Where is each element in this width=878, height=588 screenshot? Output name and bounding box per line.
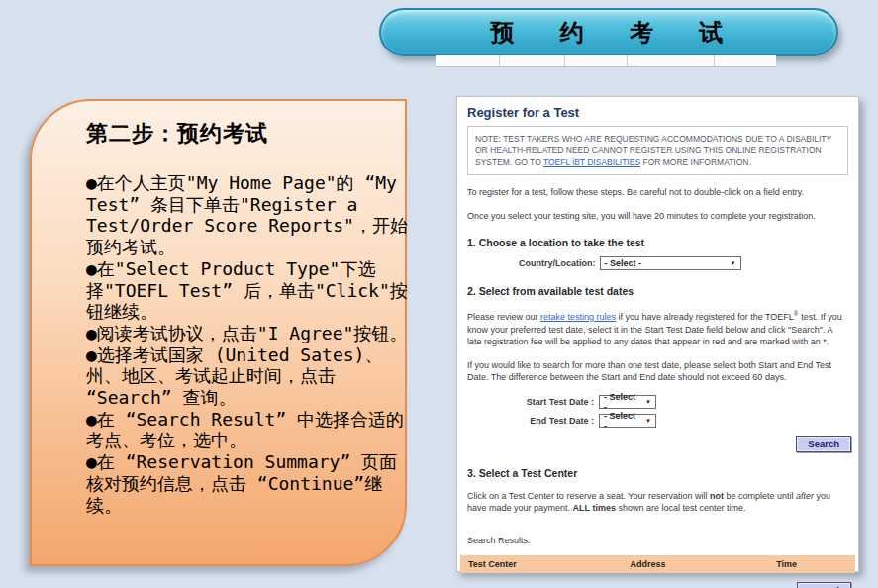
chevron-down-icon: ▼ xyxy=(731,260,736,266)
retake-testing-rules-link[interactable]: retake testing rules xyxy=(540,312,616,322)
tc-text-bold: ALL times xyxy=(573,503,616,513)
tab-placeholder xyxy=(565,55,627,66)
intro-paragraph: To register for a test, follow these ste… xyxy=(467,186,848,199)
tab-placeholder xyxy=(436,55,499,66)
country-row: Country/Location: - Select - ▼ xyxy=(519,256,848,270)
chevron-down-icon: ▼ xyxy=(645,399,651,405)
search-results-label: Search Results: xyxy=(467,535,848,547)
country-label: Country/Location: xyxy=(519,258,596,268)
empty-tab-strip xyxy=(436,55,776,67)
test-center-table: Test Center Address Time xyxy=(460,555,855,573)
section3-heading: 3. Select a Test Center xyxy=(467,467,848,479)
country-select[interactable]: - Select - ▼ xyxy=(600,256,741,270)
start-date-value: - Select - xyxy=(604,392,639,412)
instructions-panel: 第二步：预约考试 ●在个人主页"My Home Page"的 “My Test”… xyxy=(30,99,407,566)
tc-text-italic: after xyxy=(796,491,814,501)
end-date-label: End Test Date : xyxy=(467,416,594,426)
date-range-paragraph: If you would like to search for more tha… xyxy=(467,359,848,384)
tc-text: shown are local test center time. xyxy=(616,503,746,513)
search-button[interactable]: Search xyxy=(796,436,851,452)
retake-text: Please review our xyxy=(467,312,540,322)
page-title: 预 约 考 试 xyxy=(490,17,727,49)
intro-paragraph: Once you select your testing site, you w… xyxy=(467,210,848,223)
tc-text: Click on a Test Center to reserve a seat… xyxy=(467,491,710,501)
end-date-value: - Select - xyxy=(604,411,639,431)
test-center-paragraph: Click on a Test Center to reserve a seat… xyxy=(467,490,848,515)
step-title: 第二步：预约考试 xyxy=(86,119,268,148)
page-title-banner: 预 约 考 试 xyxy=(379,8,838,56)
tc-text-bold: not xyxy=(710,491,724,501)
tc-text: be complete until xyxy=(724,491,796,501)
table-header-row: Test Center Address Time xyxy=(460,555,855,573)
column-address: Address xyxy=(623,555,769,573)
cancel-button-row: Cancel xyxy=(457,580,851,588)
register-page-title: Register for a Test xyxy=(467,105,848,120)
retake-text: if you have already registered for the T… xyxy=(616,312,794,322)
start-date-row: Start Test Date : - Select - ▼ xyxy=(467,395,848,409)
section2-heading: 2. Select from available test dates xyxy=(467,285,848,297)
country-select-value: - Select - xyxy=(605,258,642,268)
register-page: Register for a Test NOTE: TEST TAKERS WH… xyxy=(456,96,859,572)
section1-heading: 1. Choose a location to take the test xyxy=(467,237,848,248)
instruction-item: ●阅读考试协议，点击"I Agree"按钮。 xyxy=(86,323,408,344)
toefl-ibt-disabilities-link[interactable]: TOEFL iBT DISABILITIES xyxy=(543,157,640,167)
search-button-row: Search xyxy=(457,434,851,452)
tab-placeholder xyxy=(715,55,776,66)
start-date-label: Start Test Date : xyxy=(467,397,594,407)
column-time: Time xyxy=(768,555,855,573)
cancel-button[interactable]: Cancel xyxy=(797,582,851,588)
instruction-item: ●在 “Reservation Summary” 页面核对预约信息，点击 “Co… xyxy=(86,451,408,516)
tab-placeholder xyxy=(500,55,563,66)
note-text: FOR MORE INFORMATION. xyxy=(640,157,751,167)
end-date-row: End Test Date : - Select - ▼ xyxy=(467,414,848,428)
instructions-list: ●在个人主页"My Home Page"的 “My Test” 条目下单击"Re… xyxy=(86,172,408,516)
instruction-item: ●选择考试国家 (United Sates)、州、地区、考试起止时间，点击 “S… xyxy=(86,344,408,409)
instruction-item: ●在"Select Product Type"下选择"TOEFL Test” 后… xyxy=(86,258,408,323)
instruction-item: ●在 “Search Result” 中选择合适的考点、考位，选中。 xyxy=(86,409,408,451)
chevron-down-icon: ▼ xyxy=(645,418,651,424)
column-test-center: Test Center xyxy=(460,555,623,573)
disability-note: NOTE: TEST TAKERS WHO ARE REQUESTING ACC… xyxy=(467,126,848,175)
retake-paragraph: Please review our retake testing rules i… xyxy=(467,308,848,348)
end-date-select[interactable]: - Select - ▼ xyxy=(599,414,656,428)
tab-placeholder xyxy=(628,55,714,66)
start-date-select[interactable]: - Select - ▼ xyxy=(599,395,656,409)
instruction-item: ●在个人主页"My Home Page"的 “My Test” 条目下单击"Re… xyxy=(86,172,408,258)
